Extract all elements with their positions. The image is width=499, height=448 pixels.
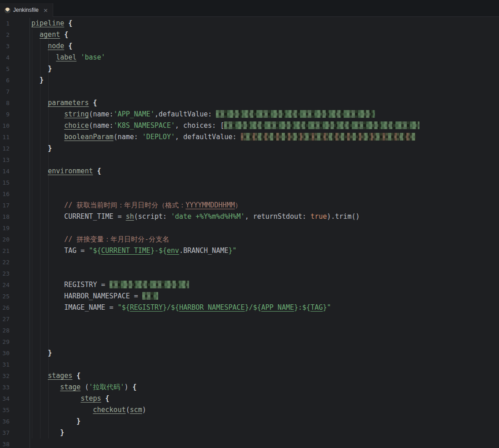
code-line[interactable]: 28 [0,325,499,336]
line-number[interactable]: 7 [0,86,30,97]
line-number[interactable]: 4 [0,52,30,63]
code-line[interactable]: 1pipeline { [0,18,499,29]
code-line[interactable]: 22 [0,257,499,268]
code-segment [31,133,64,141]
code-line[interactable]: 20 // 拼接变量：年月日时分-分支名 [0,234,499,245]
line-number[interactable]: 8 [0,97,30,109]
tab-close-icon[interactable]: × [43,7,48,13]
line-number[interactable]: 19 [0,222,30,234]
code-segment [31,417,76,425]
code-line[interactable]: 25 HARBOR_NAMESPACE = [0,291,499,302]
line-number[interactable]: 5 [0,63,30,75]
line-number[interactable]: 23 [0,268,30,279]
line-number[interactable]: 17 [0,200,30,211]
code-segment: true [310,212,327,221]
code-line[interactable]: 4 label 'base' [0,52,499,63]
code-line[interactable]: 13 [0,154,499,166]
tab-jenkinsfile[interactable]: Jenkinsfile × [0,3,53,17]
line-number[interactable]: 1 [0,18,30,29]
code-text: steps { [30,393,110,404]
code-text [30,257,31,268]
line-number[interactable]: 30 [0,347,30,359]
code-line[interactable]: 32 stages { [0,370,499,382]
code-line[interactable]: 7 [0,86,499,97]
code-segment [31,372,48,380]
line-number[interactable]: 34 [0,393,30,404]
code-line[interactable]: 8 parameters { [0,97,499,109]
code-line[interactable]: 36 } [0,416,499,427]
line-number[interactable]: 24 [0,279,30,291]
line-number[interactable]: 13 [0,154,30,166]
code-line[interactable]: 30 } [0,347,499,359]
line-number[interactable]: 12 [0,143,30,154]
line-number[interactable]: 16 [0,188,30,200]
code-segment: REGISTRY [130,303,163,312]
line-number[interactable]: 25 [0,291,30,302]
code-line[interactable]: 6 } [0,75,499,86]
line-number[interactable]: 35 [0,404,30,416]
line-number[interactable]: 33 [0,382,30,393]
code-segment: environment [48,167,93,175]
code-line[interactable]: 12 } [0,143,499,154]
code-text: IMAGE_NAME = "${REGISTRY}/${HARBOR_NAMES… [30,302,331,313]
line-number[interactable]: 22 [0,257,30,268]
line-number[interactable]: 38 [0,438,30,448]
code-line[interactable]: 24 REGISTRY = [0,279,499,291]
line-number[interactable]: 37 [0,427,30,438]
line-number[interactable]: 3 [0,40,30,52]
code-line[interactable]: 33 stage ('拉取代码') { [0,382,499,393]
line-number[interactable]: 10 [0,120,30,131]
code-line[interactable]: 10 choice(name:'K8S_NAMESPACE', choices:… [0,120,499,131]
code-line[interactable]: 11 booleanParam(name: 'DEPLOY', defaultV… [0,131,499,143]
code-segment: { [97,167,101,175]
code-segment [31,235,64,243]
code-text [30,313,31,325]
code-line[interactable]: 18 CURRENT_TIME = sh(script: 'date +%Y%m… [0,211,499,222]
code-line[interactable]: 26 IMAGE_NAME = "${REGISTRY}/${HARBOR_NA… [0,302,499,313]
line-number[interactable]: 11 [0,131,30,143]
code-segment: "${ [89,247,101,255]
code-line[interactable]: 31 [0,359,499,370]
code-text: stages { [30,370,80,382]
code-line[interactable]: 23 [0,268,499,279]
line-number[interactable]: 14 [0,166,30,177]
line-number[interactable]: 29 [0,336,30,347]
code-line[interactable]: 5 } [0,63,499,75]
line-number[interactable]: 27 [0,313,30,325]
code-line[interactable]: 21 TAG = "${CURRENT_TIME}-${env.BRANCH_N… [0,245,499,257]
code-segment: }-${ [150,247,167,255]
line-number[interactable]: 2 [0,29,30,40]
line-number[interactable]: 28 [0,325,30,336]
code-segment: ( [80,383,89,391]
code-line[interactable]: 27 [0,313,499,325]
code-text: HARBOR_NAMESPACE = [30,291,158,302]
line-number[interactable]: 18 [0,211,30,222]
code-line[interactable]: 16 [0,188,499,200]
line-number[interactable]: 6 [0,75,30,86]
line-number[interactable]: 21 [0,245,30,257]
line-number[interactable]: 15 [0,177,30,188]
line-number[interactable]: 20 [0,234,30,245]
code-line[interactable]: 9 string(name:'APP_NAME',defaultValue: [0,109,499,120]
code-line[interactable]: 2 agent { [0,29,499,40]
code-editor[interactable]: 1pipeline {2 agent {3 node {4 label 'bas… [0,17,499,448]
code-line[interactable]: 19 [0,222,499,234]
code-text [30,325,31,336]
code-line[interactable]: 17 // 获取当前时间：年月日时分（格式：YYYYMMDDHHMM） [0,200,499,211]
line-number[interactable]: 26 [0,302,30,313]
code-line[interactable]: 29 [0,336,499,347]
code-text: node { [30,40,72,52]
code-line[interactable]: 34 steps { [0,393,499,404]
code-segment [31,383,60,391]
line-number[interactable]: 36 [0,416,30,427]
code-line[interactable]: 38 [0,438,499,448]
code-line[interactable]: 35 checkout(scm) [0,404,499,416]
code-line[interactable]: 15 [0,177,499,188]
code-text: // 拼接变量：年月日时分-分支名 [30,234,169,245]
line-number[interactable]: 32 [0,370,30,382]
code-line[interactable]: 37 } [0,427,499,438]
line-number[interactable]: 31 [0,359,30,370]
line-number[interactable]: 9 [0,109,30,120]
code-line[interactable]: 14 environment { [0,166,499,177]
code-line[interactable]: 3 node { [0,40,499,52]
